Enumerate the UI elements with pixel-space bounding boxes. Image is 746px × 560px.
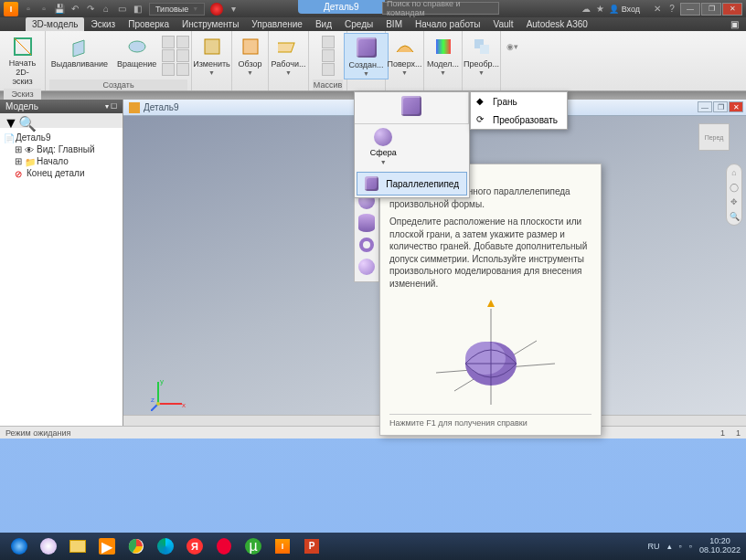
rib-button[interactable]: [176, 36, 189, 48]
expand-icon[interactable]: ⊞: [15, 156, 22, 166]
help-icon[interactable]: ?: [666, 3, 678, 16]
palette-quadball-button[interactable]: [357, 257, 377, 277]
convert-button[interactable]: Преобр... ▼: [460, 33, 503, 78]
taskbar-media[interactable]: ▶: [93, 535, 121, 557]
qat-select-icon[interactable]: ▭: [115, 3, 128, 16]
help-search-input[interactable]: Поиск по справке и командам: [382, 2, 499, 15]
signin-button[interactable]: 👤 Вход: [609, 5, 640, 14]
quick-access-toolbar: ▫ ▫ 💾 ↶ ↷ ⌂ ▭ ◧: [22, 3, 144, 16]
filters-dropdown[interactable]: Типовые ▼: [149, 3, 205, 16]
tree-root[interactable]: 📄Деталь9: [4, 132, 119, 143]
menu-item-face[interactable]: ◆ Грань: [471, 92, 567, 111]
app-logo-icon[interactable]: I: [4, 2, 18, 16]
revolve-button[interactable]: Вращение: [113, 33, 160, 70]
star-icon[interactable]: ★: [594, 3, 607, 16]
ribbon-expand-icon[interactable]: ◉▾: [506, 42, 518, 51]
start-2d-sketch-button[interactable]: Начать 2D-эскиз: [4, 33, 41, 89]
qat-new-icon[interactable]: ▫: [22, 3, 35, 16]
browser-options-icon[interactable]: ▾ ☐: [105, 102, 117, 111]
tab-a360[interactable]: Autodesk A360: [520, 17, 594, 31]
coil-button[interactable]: [162, 63, 175, 76]
pan-icon[interactable]: ✥: [730, 197, 739, 206]
tab-inspect[interactable]: Проверка: [122, 17, 176, 31]
loft-button[interactable]: [162, 49, 175, 62]
derive-button[interactable]: [176, 63, 189, 76]
tree-end-of-part[interactable]: ⊘Конец детали: [4, 167, 119, 179]
palette-cylinder-button[interactable]: [357, 213, 377, 233]
zoom-icon[interactable]: 🔍: [730, 212, 739, 221]
home-view-icon[interactable]: ⌂: [730, 168, 739, 177]
freeform-create-button[interactable]: Создан... ▼: [344, 33, 388, 79]
canvas-minimize-button[interactable]: —: [698, 101, 712, 112]
taskbar-powerpoint[interactable]: P: [298, 535, 325, 557]
svg-line-1: [15, 38, 31, 55]
palette-torus-button[interactable]: [357, 235, 377, 255]
filter-icon[interactable]: ▼: [4, 115, 15, 126]
tab-bim[interactable]: BIM: [379, 17, 409, 31]
qat-more-icon[interactable]: ▾: [227, 3, 240, 16]
rectangular-pattern-button[interactable]: [322, 36, 335, 48]
work-features-button[interactable]: Рабочи... ▼: [268, 33, 310, 78]
dd-sphere-button[interactable]: Сфера ▼: [355, 124, 412, 170]
share-icon[interactable]: ✕: [651, 3, 664, 16]
simulate-button[interactable]: Модел... ▼: [423, 33, 463, 78]
expand-icon[interactable]: ⊞: [15, 144, 22, 154]
tab-sketch[interactable]: Эскиз: [84, 17, 122, 31]
tray-network-icon[interactable]: ▫: [689, 542, 692, 551]
window-minimize-button[interactable]: —: [680, 3, 700, 16]
browser-header[interactable]: Модель ▾ ☐: [0, 100, 123, 113]
convert-label: Преобразовать: [493, 115, 558, 125]
taskbar-app-1[interactable]: [35, 535, 62, 557]
node-label: Начало: [37, 156, 69, 166]
taskbar-explorer[interactable]: [64, 535, 91, 557]
canvas-close-button[interactable]: ✕: [729, 101, 743, 112]
qat-undo-icon[interactable]: ↶: [69, 3, 81, 16]
orbit-icon[interactable]: ◯: [730, 183, 739, 192]
modify-button[interactable]: Изменить ▼: [189, 33, 234, 78]
dd-box-menu-item[interactable]: Параллелепипед: [357, 172, 467, 195]
explore-button[interactable]: Обзор ▼: [235, 33, 266, 78]
tab-manage[interactable]: Управление: [245, 17, 309, 31]
modify-icon: [200, 35, 224, 58]
window-restore-button[interactable]: ❐: [701, 3, 721, 16]
taskbar-opera[interactable]: [210, 535, 238, 557]
ribbon-collapse-icon[interactable]: ▣: [730, 19, 739, 29]
qat-material-icon[interactable]: ◧: [131, 3, 144, 16]
sweep-button[interactable]: [162, 36, 175, 48]
tree-view[interactable]: ⊞👁Вид: Главный: [4, 143, 119, 155]
tab-3d-model[interactable]: 3D-модель: [26, 17, 84, 31]
view-cube[interactable]: Перед: [698, 123, 730, 151]
tray-up-icon[interactable]: ▴: [667, 542, 672, 551]
canvas-maximize-button[interactable]: ❐: [713, 101, 728, 112]
taskbar-chrome[interactable]: [123, 535, 150, 557]
surface-button[interactable]: Поверх... ▼: [383, 33, 425, 78]
tab-view[interactable]: Вид: [309, 17, 338, 31]
tab-environments[interactable]: Среды: [338, 17, 379, 31]
appearance-button-icon[interactable]: [210, 3, 223, 16]
tab-getstarted[interactable]: Начало работы: [409, 17, 487, 31]
menu-item-convert[interactable]: ⟳ Преобразовать: [471, 111, 567, 129]
find-icon[interactable]: 🔍: [18, 115, 29, 126]
cloud-icon[interactable]: ☁: [580, 3, 592, 16]
taskbar-utorrent[interactable]: µ: [240, 535, 267, 557]
qat-home-icon[interactable]: ⌂: [100, 3, 112, 16]
qat-redo-icon[interactable]: ↷: [84, 3, 97, 16]
tray-flag-icon[interactable]: ▫: [679, 542, 682, 551]
tray-clock[interactable]: 10:20 08.10.2022: [699, 537, 741, 555]
taskbar-yandex[interactable]: Я: [181, 535, 208, 557]
extrude-button[interactable]: Выдавливание: [48, 33, 112, 70]
tree-origin[interactable]: ⊞📁Начало: [4, 155, 119, 167]
tray-language[interactable]: RU: [648, 542, 660, 551]
dd-box-button[interactable]: [355, 92, 469, 123]
qat-open-icon[interactable]: ▫: [37, 3, 50, 16]
window-close-button[interactable]: ✕: [722, 3, 742, 16]
emboss-button[interactable]: [176, 49, 189, 62]
qat-save-icon[interactable]: 💾: [53, 3, 66, 16]
mirror-button[interactable]: [322, 63, 335, 76]
start-button[interactable]: [5, 535, 33, 557]
circular-pattern-button[interactable]: [322, 49, 335, 62]
tab-tools[interactable]: Инструменты: [176, 17, 245, 31]
tab-vault[interactable]: Vault: [487, 17, 520, 31]
taskbar-inventor[interactable]: I: [269, 535, 296, 557]
taskbar-edge[interactable]: [152, 535, 179, 557]
